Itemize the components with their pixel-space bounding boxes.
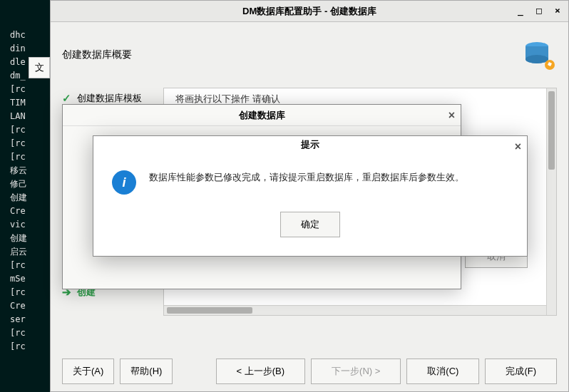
horizontal-scrollbar[interactable] bbox=[164, 305, 546, 315]
dialog-title: 创建数据库 bbox=[239, 109, 285, 122]
close-icon[interactable]: × bbox=[448, 109, 455, 122]
window-titlebar: DM数据库配置助手 - 创建数据库 _ □ × bbox=[51, 1, 568, 22]
help-button[interactable]: 帮助(H) bbox=[120, 359, 173, 384]
prev-button[interactable]: < 上一步(B) bbox=[216, 359, 306, 384]
window-title: DM数据库配置助手 - 创建数据库 bbox=[242, 5, 376, 18]
next-button: 下一步(N) > bbox=[311, 359, 401, 384]
close-icon[interactable]: × bbox=[515, 140, 521, 153]
maximize-icon[interactable]: □ bbox=[533, 4, 545, 16]
check-icon: ✓ bbox=[62, 92, 71, 105]
svg-point-1 bbox=[526, 55, 548, 63]
dialog-titlebar: 提示 × bbox=[93, 136, 527, 153]
database-logo-icon bbox=[520, 38, 557, 72]
ok-button[interactable]: 确定 bbox=[280, 212, 340, 237]
finish-button[interactable]: 完成(F) bbox=[485, 359, 557, 384]
dialog-title: 提示 bbox=[301, 138, 319, 151]
cancel-button[interactable]: 取消(C) bbox=[406, 359, 479, 384]
minimize-icon[interactable]: _ bbox=[514, 4, 527, 16]
wizard-footer: 关于(A) 帮助(H) < 上一步(B) 下一步(N) > 取消(C) 完成(F… bbox=[51, 359, 568, 384]
close-icon[interactable]: × bbox=[551, 4, 564, 16]
dialog-message: 数据库性能参数已修改完成，请按提示重启数据库，重启数据库后参数生效。 bbox=[149, 170, 464, 185]
info-icon: i bbox=[112, 170, 136, 195]
left-tab-stub: 文 bbox=[29, 57, 50, 78]
prompt-dialog: 提示 × i 数据库性能参数已修改完成，请按提示重启数据库，重启数据库后参数生效… bbox=[93, 135, 528, 257]
page-title: 创建数据库概要 bbox=[62, 48, 132, 61]
about-button[interactable]: 关于(A) bbox=[62, 359, 114, 384]
vertical-scrollbar[interactable] bbox=[546, 88, 556, 315]
dialog-titlebar: 创建数据库 × bbox=[63, 105, 461, 126]
